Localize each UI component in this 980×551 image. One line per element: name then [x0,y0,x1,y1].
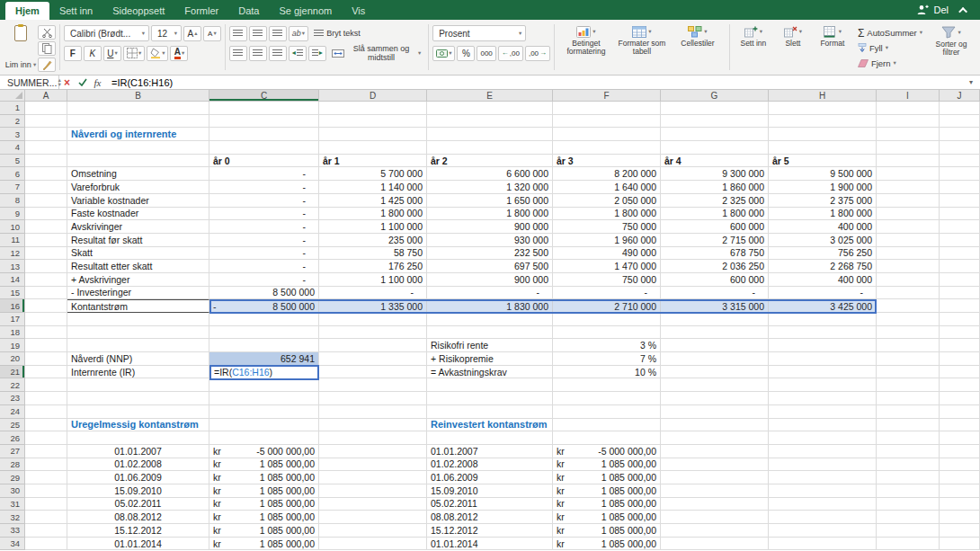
cell-J30[interactable] [940,484,980,498]
increase-decimal-button[interactable]: ←,00 [498,46,523,61]
cell-J6[interactable] [940,167,980,181]
cell-F22[interactable] [553,378,661,392]
cell-E23[interactable] [427,392,553,405]
cell-D7[interactable]: 1 140 000 [319,181,427,194]
cell-E27[interactable]: 01.01.2007 [427,445,553,458]
cell-C28[interactable]: kr1 085 000,00 [209,458,319,472]
tab-formler[interactable]: Formler [174,2,228,20]
cell-C17[interactable] [209,313,319,326]
align-left-button[interactable] [229,46,247,61]
cell-I12[interactable] [877,247,940,261]
cell-H17[interactable] [769,313,877,326]
cell-J17[interactable] [940,313,980,326]
cell-F9[interactable]: 1 800 000 [553,208,661,221]
cell-F23[interactable] [553,392,661,405]
cell-G23[interactable] [661,392,769,405]
tab-hjem[interactable]: Hjem [5,2,49,20]
cell-B22[interactable] [67,378,209,392]
cell-C12[interactable]: - [209,247,319,261]
cell-J10[interactable] [940,220,980,234]
font-size-select[interactable]: 12▾ [151,25,182,41]
merge-center-button[interactable]: Slå sammen og midtstill▾ [328,45,424,61]
cell-F18[interactable] [553,326,661,340]
cell-E29[interactable]: 01.06.2009 [427,471,553,484]
cell-I19[interactable] [877,339,940,352]
cell-I29[interactable] [877,471,940,484]
cell-E25[interactable]: Reinvestert kontanstrøm [427,419,553,432]
cell-F30[interactable]: kr1 085 000,00 [553,484,661,498]
cell-A12[interactable] [25,247,67,261]
cell-D25[interactable] [319,419,427,432]
cell-E24[interactable] [427,405,553,419]
cell-E4[interactable] [427,141,553,155]
cell-D4[interactable] [319,141,427,155]
cell-B33[interactable]: 15.12.2012 [67,524,209,538]
cell-I28[interactable] [877,458,940,472]
cell-C34[interactable]: kr1 085 000,00 [209,538,319,551]
row-header-6[interactable]: 6 [0,167,25,181]
cell-H21[interactable] [769,366,877,379]
cell-A14[interactable] [25,273,67,287]
row-header-18[interactable]: 18 [0,326,25,340]
cell-D18[interactable] [319,326,427,340]
format-as-table-button[interactable]: ▾ Formater som tabell [614,22,670,72]
cell-D11[interactable]: 235 000 [319,234,427,247]
decrease-indent-button[interactable]: ◂ [289,46,307,61]
clear-button[interactable]: Fjern▾ [856,57,924,70]
cell-A22[interactable] [25,378,67,392]
cell-B12[interactable]: Skatt [67,247,209,261]
cell-D9[interactable]: 1 800 000 [319,208,427,221]
cell-I20[interactable] [877,352,940,366]
cell-H12[interactable]: 756 250 [769,247,877,261]
cell-H32[interactable] [769,511,877,524]
wrap-text-button[interactable]: Bryt tekst [310,25,364,41]
cell-D29[interactable] [319,471,427,484]
cell-C3[interactable] [209,128,319,141]
cell-A5[interactable] [25,155,67,168]
cell-A7[interactable] [25,181,67,194]
cell-B11[interactable]: Resultat før skatt [67,234,209,247]
cell-A8[interactable] [25,194,67,208]
cell-J18[interactable] [940,326,980,340]
cell-G29[interactable] [661,471,769,484]
cell-J28[interactable] [940,458,980,472]
cell-C30[interactable]: kr1 085 000,00 [209,484,319,498]
cell-D21[interactable] [319,366,427,379]
cell-D12[interactable]: 58 750 [319,247,427,261]
cell-J22[interactable] [940,378,980,392]
cell-A30[interactable] [25,484,67,498]
cell-G21[interactable] [661,366,769,379]
cell-B25[interactable]: Uregelmessig kontanstrøm [67,419,209,432]
cell-E6[interactable]: 6 600 000 [427,167,553,181]
decrease-decimal-button[interactable]: ,00→ [525,46,550,61]
cell-D33[interactable] [319,524,427,538]
tab-sett-inn[interactable]: Sett inn [49,2,102,20]
cell-I10[interactable] [877,220,940,234]
cell-B13[interactable]: Resultatt etter skatt [67,260,209,273]
cell-F31[interactable]: kr1 085 000,00 [553,498,661,511]
cell-H5[interactable]: år 5 [769,155,877,168]
cell-D2[interactable] [319,115,427,129]
cell-I32[interactable] [877,511,940,524]
cell-H20[interactable] [769,352,877,366]
cell-C10[interactable]: - [209,220,319,234]
column-header-B[interactable]: B [67,90,209,102]
font-name-select[interactable]: Calibri (Brødt...▾ [64,25,149,41]
cell-D6[interactable]: 5 700 000 [319,167,427,181]
cell-J2[interactable] [940,115,980,129]
format-cells-button[interactable]: ▾ Format [813,22,852,72]
cell-B16[interactable]: Kontantstrøm [67,299,209,313]
column-header-D[interactable]: D [319,90,427,102]
cell-C7[interactable]: - [209,181,319,194]
cell-C32[interactable]: kr1 085 000,00 [209,511,319,524]
cell-C2[interactable] [209,115,319,129]
cell-G31[interactable] [661,498,769,511]
cell-D15[interactable]: - [319,287,427,300]
cell-H2[interactable] [769,115,877,129]
cell-G19[interactable] [661,339,769,352]
cell-B14[interactable]: + Avskrivinger [67,273,209,287]
select-all-corner[interactable] [0,90,25,102]
delete-cells-button[interactable]: ▾ Slett [773,22,813,72]
cell-F1[interactable] [553,102,661,115]
row-header-31[interactable]: 31 [0,498,25,511]
